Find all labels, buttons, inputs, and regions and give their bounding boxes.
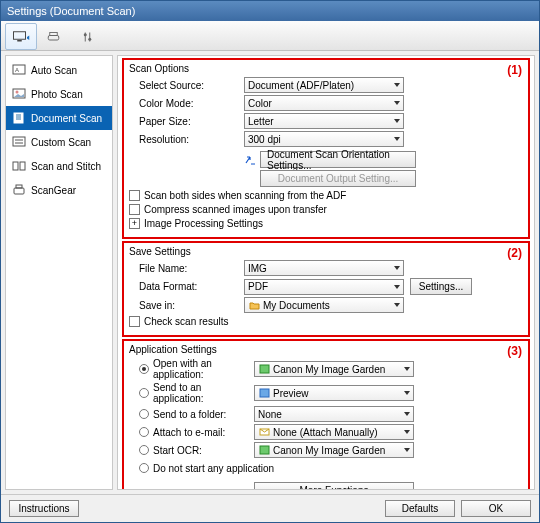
defaults-button[interactable]: Defaults — [385, 500, 455, 517]
auto-icon: A — [12, 64, 26, 76]
folder-icon — [248, 299, 260, 311]
svg-rect-1 — [17, 40, 22, 42]
toolbar-scan-from-computer[interactable] — [5, 23, 37, 50]
send-app-label: Send to an application: — [153, 382, 254, 404]
sidebar-item-label: Photo Scan — [31, 89, 83, 100]
svg-rect-19 — [13, 162, 18, 170]
photo-icon — [12, 88, 26, 100]
scan-options-section: (1) Scan Options Select Source: Document… — [122, 58, 530, 239]
svg-rect-24 — [260, 389, 269, 397]
resolution-label: Resolution: — [139, 134, 244, 145]
custom-icon — [12, 136, 26, 148]
check-results-checkbox[interactable] — [129, 316, 140, 327]
svg-rect-20 — [20, 162, 25, 170]
toolbar-scan-from-panel[interactable] — [39, 23, 71, 50]
send-app-combo[interactable]: Preview — [254, 385, 414, 401]
sidebar-item-auto-scan[interactable]: A Auto Scan — [6, 58, 112, 82]
color-mode-combo[interactable]: Color — [244, 95, 404, 111]
check-results-label: Check scan results — [144, 316, 228, 327]
open-app-label: Open with an application: — [153, 358, 254, 380]
section-number-2: (2) — [507, 246, 522, 260]
select-source-label: Select Source: — [139, 80, 244, 91]
instructions-button[interactable]: Instructions — [9, 500, 79, 517]
svg-rect-22 — [16, 185, 22, 188]
sidebar-item-document-scan[interactable]: Document Scan — [6, 106, 112, 130]
file-name-label: File Name: — [139, 263, 244, 274]
footer: Instructions Defaults OK — [1, 494, 539, 522]
section-number-3: (3) — [507, 344, 522, 358]
do-not-start-radio[interactable] — [139, 463, 149, 473]
orientation-settings-button[interactable]: Document Scan Orientation Settings... — [260, 151, 416, 168]
start-ocr-combo[interactable]: Canon My Image Garden — [254, 442, 414, 458]
sidebar-item-scangear[interactable]: ScanGear — [6, 178, 112, 202]
mail-icon — [258, 426, 270, 438]
image-processing-label: Image Processing Settings — [144, 218, 263, 229]
save-settings-title: Save Settings — [129, 246, 523, 257]
svg-text:A: A — [15, 67, 19, 73]
send-app-radio[interactable] — [139, 388, 149, 398]
sidebar-item-photo-scan[interactable]: Photo Scan — [6, 82, 112, 106]
toolbar-general-settings[interactable] — [73, 23, 105, 50]
output-setting-button[interactable]: Document Output Setting... — [260, 170, 416, 187]
send-folder-radio[interactable] — [139, 409, 149, 419]
paper-size-combo[interactable]: Letter — [244, 113, 404, 129]
compress-label: Compress scanned images upon transfer — [144, 204, 327, 215]
scan-both-sides-label: Scan both sides when scanning from the A… — [144, 190, 346, 201]
svg-rect-2 — [48, 35, 59, 40]
sidebar: A Auto Scan Photo Scan Document Scan Cus… — [5, 55, 113, 490]
color-mode-label: Color Mode: — [139, 98, 244, 109]
scangear-icon — [12, 184, 26, 196]
svg-rect-21 — [14, 188, 24, 194]
application-settings-title: Application Settings — [129, 344, 523, 355]
do-not-start-label: Do not start any application — [153, 463, 353, 474]
scan-options-title: Scan Options — [129, 63, 523, 74]
open-app-radio[interactable] — [139, 364, 149, 374]
save-in-combo[interactable]: My Documents — [244, 297, 404, 313]
svg-point-11 — [16, 91, 19, 94]
monitor-icon — [12, 30, 30, 44]
main-area: A Auto Scan Photo Scan Document Scan Cus… — [1, 51, 539, 494]
send-folder-label: Send to a folder: — [153, 409, 254, 420]
settings-window: Settings (Document Scan) A Auto Scan Pho… — [0, 0, 540, 523]
scanner-icon — [46, 30, 64, 44]
sidebar-item-label: Scan and Stitch — [31, 161, 101, 172]
data-format-combo[interactable]: PDF — [244, 279, 404, 295]
attach-email-combo[interactable]: None (Attach Manually) — [254, 424, 414, 440]
start-ocr-radio[interactable] — [139, 445, 149, 455]
open-app-combo[interactable]: Canon My Image Garden — [254, 361, 414, 377]
compress-checkbox[interactable] — [129, 204, 140, 215]
resolution-combo[interactable]: 300 dpi — [244, 131, 404, 147]
scan-both-sides-checkbox[interactable] — [129, 190, 140, 201]
more-functions-button[interactable]: More Functions — [254, 482, 414, 490]
ok-button[interactable]: OK — [461, 500, 531, 517]
sidebar-item-label: Custom Scan — [31, 137, 91, 148]
save-in-label: Save in: — [139, 300, 244, 311]
application-settings-section: (3) Application Settings Open with an ap… — [122, 339, 530, 490]
data-format-settings-button[interactable]: Settings... — [410, 278, 472, 295]
app-icon — [258, 363, 270, 375]
sidebar-item-scan-stitch[interactable]: Scan and Stitch — [6, 154, 112, 178]
svg-rect-23 — [260, 365, 269, 373]
preview-icon — [258, 387, 270, 399]
sidebar-item-custom-scan[interactable]: Custom Scan — [6, 130, 112, 154]
paper-size-label: Paper Size: — [139, 116, 244, 127]
sidebar-item-label: Document Scan — [31, 113, 102, 124]
image-processing-expand[interactable]: + — [129, 218, 140, 229]
start-ocr-label: Start OCR: — [153, 445, 254, 456]
app-icon — [258, 444, 270, 456]
send-folder-combo[interactable]: None — [254, 406, 414, 422]
window-title: Settings (Document Scan) — [7, 5, 135, 17]
save-settings-section: (2) Save Settings File Name: IMG Data Fo… — [122, 241, 530, 337]
select-source-combo[interactable]: Document (ADF/Platen) — [244, 77, 404, 93]
attach-email-radio[interactable] — [139, 427, 149, 437]
attach-email-label: Attach to e-mail: — [153, 427, 254, 438]
svg-point-7 — [88, 37, 91, 40]
stitch-icon — [12, 160, 26, 172]
svg-rect-16 — [13, 137, 25, 146]
sidebar-item-label: Auto Scan — [31, 65, 77, 76]
document-icon — [12, 112, 26, 124]
data-format-label: Data Format: — [139, 281, 244, 292]
orientation-link-icon[interactable] — [244, 154, 256, 166]
toolbar — [1, 21, 539, 51]
file-name-combo[interactable]: IMG — [244, 260, 404, 276]
